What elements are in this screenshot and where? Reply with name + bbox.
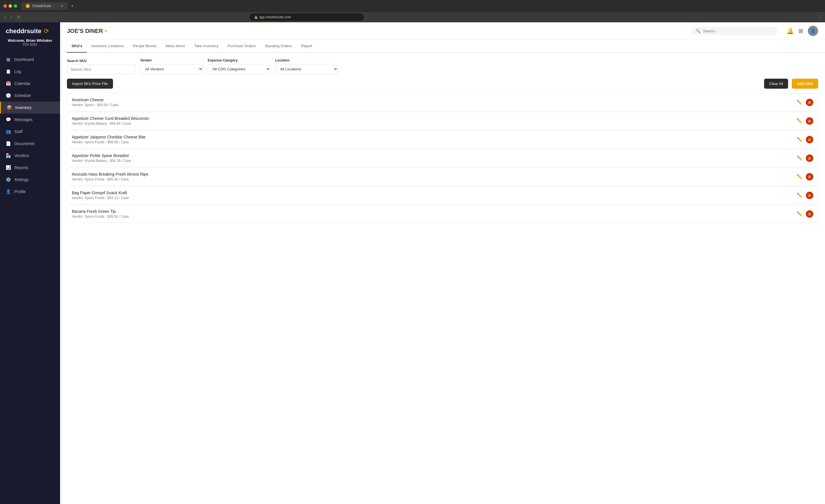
sidebar-item-label-documents: Documents — [14, 141, 34, 146]
minimize-window-button[interactable] — [9, 4, 12, 8]
lock-icon: 🔒 — [254, 15, 258, 19]
tab-title: CheddrSuite — [32, 4, 51, 8]
sidebar-item-label-profile: Profile — [14, 189, 26, 194]
sku-edit-button[interactable]: ✏️ — [796, 210, 804, 218]
expense-category-select[interactable]: All COG CategoriesFoodBeverageSupplies — [208, 64, 271, 74]
sku-edit-button[interactable]: ✏️ — [796, 191, 804, 199]
refresh-button[interactable]: ↻ — [16, 13, 22, 21]
tab-purchase-orders[interactable]: Purchase Orders — [223, 40, 260, 53]
sku-vendor-detail: Vendor: Sysco Foods - $50.46 / Case — [72, 177, 148, 182]
sku-vendor-detail: Vendor: Sysco - $40.00 / Case — [72, 103, 119, 107]
sku-edit-button[interactable]: ✏️ — [796, 154, 804, 162]
main-header: JOE'S DINER ▾ 🔍 🔔 ⊞ 👤 — [60, 22, 825, 40]
sku-delete-button[interactable]: ⊘ — [806, 99, 813, 106]
sidebar-item-label-log: Log — [14, 69, 21, 74]
sidebar-item-inventory[interactable]: 📦Inventory — [0, 101, 60, 114]
sku-item: Appetizer Cheese Curd Breaded Wisconsin … — [67, 112, 818, 130]
sku-item: American Cheese Vendor: Sysco - $40.00 /… — [67, 93, 818, 111]
main-content: JOE'S DINER ▾ 🔍 🔔 ⊞ 👤 SKU'sInventory Loc… — [60, 22, 825, 504]
notification-bell-icon[interactable]: 🔔 — [787, 27, 794, 34]
sku-delete-button[interactable]: ⊘ — [806, 173, 813, 181]
sku-info: Banana Fresh Green Tip Vendor: Sysco Foo… — [72, 209, 129, 219]
sku-actions: ✏️ ⊘ — [796, 173, 813, 181]
logo-text: cheddrsuite — [6, 27, 42, 35]
address-bar: ‹ › ↻ 🔒 app.cheddrsuite.com ⋮ — [0, 12, 825, 22]
staff-nav-icon: 👥 — [6, 129, 11, 134]
sku-delete-button[interactable]: ⊘ — [806, 117, 813, 125]
restaurant-name-text: JOE'S DINER — [67, 28, 103, 34]
tab-close-button[interactable]: ✕ — [61, 4, 64, 8]
location-select[interactable]: All LocationsMainBarKitchen — [275, 64, 338, 74]
sku-item: Appetizer Jalapeno Cheddar Cheese Bite V… — [67, 130, 818, 148]
forward-button[interactable]: › — [9, 13, 13, 21]
avatar[interactable]: 👤 — [808, 26, 818, 36]
sidebar-item-calendar[interactable]: 📅Calendar — [0, 77, 60, 89]
header-icons: 🔔 ⊞ 👤 — [787, 26, 818, 36]
address-text: app.cheddrsuite.com — [259, 15, 291, 19]
right-actions: Clear All Add SKU — [764, 79, 818, 89]
documents-nav-icon: 📄 — [6, 141, 11, 146]
sidebar-item-settings[interactable]: ⚙️Settings — [0, 173, 60, 186]
sku-edit-button[interactable]: ✏️ — [796, 98, 804, 106]
vendor-select[interactable]: All VendorsSyscoSysco FoodsKrystal Baker… — [140, 64, 203, 74]
sidebar-item-staff[interactable]: 👥Staff — [0, 126, 60, 138]
sku-name: Appetizer Jalapeno Cheddar Cheese Bite — [72, 135, 146, 139]
location-label: Location — [275, 58, 338, 62]
user-pin: PIN 5093 — [23, 43, 37, 47]
sidebar-item-label-vendors: Vendors — [14, 153, 29, 158]
sidebar-item-log[interactable]: 📋Log — [0, 66, 60, 77]
vendor-group: Vendor All VendorsSyscoSysco FoodsKrysta… — [140, 58, 203, 74]
close-window-button[interactable] — [3, 4, 7, 8]
clear-all-button[interactable]: Clear All — [764, 79, 788, 89]
tab-favicon: G — [26, 4, 30, 8]
search-sku-input[interactable] — [67, 65, 136, 74]
tab-bar: G CheddrSuite ✕ + — [22, 2, 822, 10]
sidebar-nav: ▦Dashboard📋Log📅Calendar🕐Schedule📦Invento… — [0, 51, 60, 504]
sidebar-item-messages[interactable]: 💬Messages — [0, 114, 60, 126]
sku-delete-button[interactable]: ⊘ — [806, 192, 813, 199]
sidebar-item-label-messages: Messages — [14, 117, 32, 122]
tab-menu-items[interactable]: Menu Items — [161, 40, 190, 53]
browser-tab[interactable]: G CheddrSuite ✕ — [22, 2, 68, 10]
sidebar-item-dashboard[interactable]: ▦Dashboard — [0, 54, 60, 66]
header-search[interactable]: 🔍 — [692, 27, 777, 35]
tab-report[interactable]: Report — [296, 40, 317, 53]
import-sku-button[interactable]: Import SKU Price File — [67, 79, 113, 89]
sidebar-item-reports[interactable]: 📊Reports — [0, 162, 60, 173]
sku-delete-button[interactable]: ⊘ — [806, 210, 813, 218]
tab-take-inventory[interactable]: Take Inventory — [190, 40, 223, 53]
grid-icon[interactable]: ⊞ — [799, 27, 803, 34]
new-tab-button[interactable]: + — [71, 3, 74, 9]
sidebar-item-label-reports: Reports — [14, 165, 28, 170]
sidebar-item-schedule[interactable]: 🕐Schedule — [0, 89, 60, 101]
sku-actions: ✏️ ⊘ — [796, 154, 813, 162]
sidebar-item-label-calendar: Calendar — [14, 81, 30, 86]
sidebar-item-profile[interactable]: 👤Profile — [0, 186, 60, 198]
window-controls — [3, 4, 17, 8]
sku-edit-button[interactable]: ✏️ — [796, 136, 804, 143]
sidebar-item-vendors[interactable]: 🏪Vendors — [0, 150, 60, 162]
sku-edit-button[interactable]: ✏️ — [796, 173, 804, 181]
back-button[interactable]: ‹ — [3, 13, 7, 21]
search-sku-group: Search SKU — [67, 59, 136, 74]
sku-edit-button[interactable]: ✏️ — [796, 117, 804, 125]
sku-list: American Cheese Vendor: Sysco - $40.00 /… — [67, 93, 818, 223]
sku-delete-button[interactable]: ⊘ — [806, 154, 813, 162]
sidebar-item-documents[interactable]: 📄Documents — [0, 138, 60, 150]
sku-delete-button[interactable]: ⊘ — [806, 136, 813, 143]
address-input[interactable]: 🔒 app.cheddrsuite.com — [249, 13, 364, 21]
restaurant-name[interactable]: JOE'S DINER ▾ — [67, 28, 107, 34]
tab-skus[interactable]: SKU's — [67, 40, 87, 53]
maximize-window-button[interactable] — [14, 4, 17, 8]
browser-chrome: G CheddrSuite ✕ + — [0, 0, 825, 12]
tab-inventory-locations[interactable]: Inventory Locations — [87, 40, 129, 53]
sidebar: cheddrsuite ⟳ Welcome, Brian Whitaker PI… — [0, 22, 60, 504]
tab-standing-orders[interactable]: Standing Orders — [260, 40, 297, 53]
browser-menu-button[interactable]: ⋮ — [817, 15, 822, 20]
tab-recipe-blocks[interactable]: Recipe Blocks — [129, 40, 161, 53]
search-input[interactable] — [703, 29, 773, 33]
sku-item: Banana Fresh Green Tip Vendor: Sysco Foo… — [67, 205, 818, 223]
sku-name: Appetizer Cheese Curd Breaded Wisconsin — [72, 116, 149, 121]
add-sku-button[interactable]: Add SKU — [792, 79, 818, 89]
restaurant-dropdown-icon: ▾ — [105, 28, 107, 33]
